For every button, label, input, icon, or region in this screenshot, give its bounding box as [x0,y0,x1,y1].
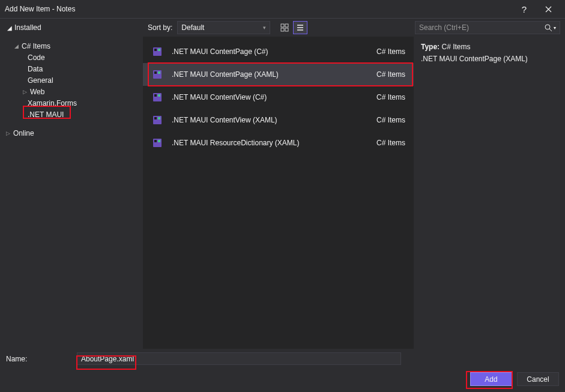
tree-item-csharp[interactable]: ◢ C# Items [0,40,143,52]
window-title: Add New Item - Notes [5,5,512,13]
tree-label: Web [30,88,44,96]
template-category: C# Items [376,70,405,79]
chevron-right-icon: ▷ [22,89,28,95]
svg-rect-1 [285,24,288,27]
tree-item-general[interactable]: General [0,74,143,86]
sort-by-dropdown[interactable]: Default ▾ [177,21,270,34]
template-icon [151,91,163,103]
svg-rect-20 [158,117,160,119]
template-name: .NET MAUI ContentPage (C#) [172,47,368,56]
template-icon [151,46,163,58]
type-value: C# Items [441,43,470,51]
tree-item-code[interactable]: Code [0,52,143,63]
main-area: ◢ C# Items Code Data General ▷ Web Xamar… [0,37,565,363]
tree-label: Xamarin.Forms [28,99,77,107]
title-bar: Add New Item - Notes ? [0,0,565,18]
close-button[interactable] [536,0,560,18]
tree-item-xamarin[interactable]: Xamarin.Forms [0,97,143,109]
template-category: C# Items [376,93,405,101]
svg-line-8 [549,29,552,31]
chevron-down-icon: ▾ [554,25,556,31]
template-name: .NET MAUI ContentView (C#) [172,93,368,101]
chevron-down-icon: ◢ [13,43,19,49]
svg-rect-14 [158,71,160,74]
template-list: .NET MAUI ContentPage (C#) C# Items .NET… [143,37,414,363]
svg-rect-16 [154,94,157,97]
category-tree: ◢ C# Items Code Data General ▷ Web Xamar… [0,37,143,363]
tree-label: Code [28,53,45,62]
template-row[interactable]: .NET MAUI ContentView (XAML) C# Items [143,109,414,131]
installed-label: Installed [14,23,41,32]
search-icon [545,24,552,32]
cancel-button-label: Cancel [527,375,549,384]
template-icon [151,114,163,126]
template-row-selected[interactable]: .NET MAUI ContentPage (XAML) C# Items [143,63,414,86]
add-button[interactable]: Add [470,372,512,386]
search-placeholder: Search (Ctrl+E) [419,23,469,32]
svg-rect-22 [154,140,157,142]
svg-rect-19 [154,117,157,119]
sort-by-label: Sort by: [148,23,172,32]
tree-label: Online [13,129,34,137]
bottom-bar: Name: Add Cancel [0,349,565,392]
svg-rect-23 [158,140,160,142]
template-row[interactable]: .NET MAUI ContentPage (C#) C# Items [143,40,414,63]
template-description: .NET MAUI ContentPage (XAML) [421,55,558,63]
chevron-right-icon: ▷ [5,130,11,136]
tree-item-online[interactable]: ▷ Online [0,127,143,139]
template-row[interactable]: .NET MAUI ResourceDictionary (XAML) C# I… [143,131,414,154]
details-pane: Type: C# Items .NET MAUI ContentPage (XA… [414,37,565,363]
svg-rect-11 [158,49,160,51]
template-name: .NET MAUI ResourceDictionary (XAML) [172,139,368,147]
sort-by-value: Default [181,23,204,32]
template-category: C# Items [376,116,405,124]
svg-rect-13 [154,71,157,74]
type-label: Type: [421,43,440,51]
svg-rect-2 [281,28,284,31]
template-icon [151,137,163,149]
tree-label: .NET MAUI [28,110,64,119]
template-name: .NET MAUI ContentPage (XAML) [172,70,368,79]
help-button[interactable]: ? [512,0,536,18]
name-input[interactable] [77,352,401,365]
name-label: Name: [6,355,72,363]
svg-rect-10 [154,49,157,51]
view-tiles-button[interactable] [277,21,292,34]
chevron-down-icon: ◢ [7,25,12,31]
add-button-label: Add [485,375,497,384]
tree-item-netmaui[interactable]: .NET MAUI [0,109,143,120]
tree-item-web[interactable]: ▷ Web [0,86,143,97]
svg-point-7 [545,25,550,29]
svg-rect-3 [285,28,288,31]
toolbar: ◢ Installed Sort by: Default ▾ Search (C… [0,19,565,37]
cancel-button[interactable]: Cancel [517,372,559,386]
tree-label: Data [28,65,43,73]
template-icon [151,68,163,80]
tree-item-data[interactable]: Data [0,63,143,74]
svg-rect-0 [281,24,284,27]
template-category: C# Items [376,47,405,56]
search-input[interactable]: Search (Ctrl+E) ▾ [415,21,560,34]
chevron-down-icon: ▾ [263,25,266,31]
view-list-button[interactable] [293,21,307,34]
template-category: C# Items [376,139,405,147]
tree-label: C# Items [22,42,50,50]
template-row[interactable]: .NET MAUI ContentView (C#) C# Items [143,86,414,109]
svg-rect-17 [158,94,160,97]
installed-header[interactable]: ◢ Installed [5,23,143,32]
tree-label: General [28,76,53,85]
template-name: .NET MAUI ContentView (XAML) [172,116,368,124]
